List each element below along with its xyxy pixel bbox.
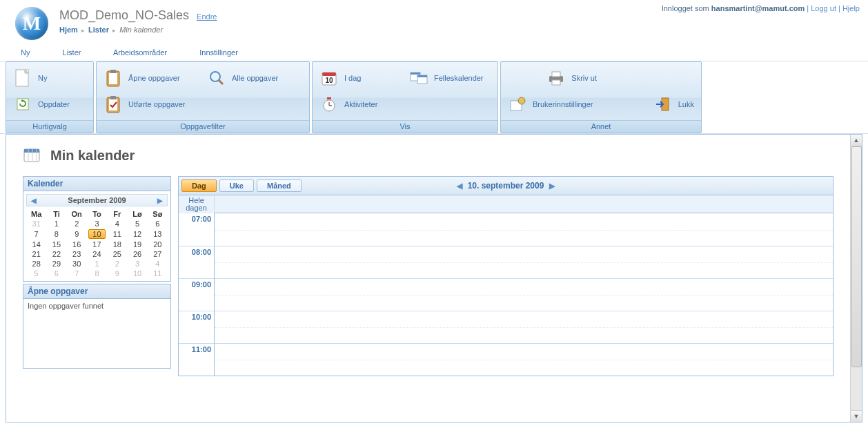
ribbon-shared-calendar-button[interactable]: Felleskalender <box>405 65 495 91</box>
svg-rect-4 <box>110 70 116 73</box>
svg-line-6 <box>219 80 223 84</box>
hour-cell[interactable] <box>215 213 833 246</box>
user-email: hansmartint@mamut.com <box>711 4 805 12</box>
breadcrumb-lists[interactable]: Lister <box>88 26 109 34</box>
prev-month-button[interactable]: ◀ <box>31 197 37 204</box>
mini-cal-day[interactable]: 2 <box>107 259 127 269</box>
mini-cal-day[interactable]: 4 <box>107 219 127 229</box>
mini-cal-day[interactable]: 6 <box>148 219 168 229</box>
mini-cal-day[interactable]: 1 <box>46 219 66 229</box>
mini-cal-day[interactable]: 22 <box>46 249 66 259</box>
hour-cell[interactable] <box>215 278 833 311</box>
svg-rect-8 <box>109 99 117 110</box>
next-month-button[interactable]: ▶ <box>157 197 163 204</box>
hour-cell[interactable] <box>215 343 833 376</box>
svg-rect-28 <box>24 149 39 153</box>
next-day-button[interactable]: ▶ <box>549 182 555 191</box>
ribbon-open-tasks-button[interactable]: Åpne oppgaver <box>99 65 203 91</box>
tab-month[interactable]: Måned <box>257 179 302 192</box>
scroll-down-button[interactable]: ▼ <box>851 410 862 422</box>
mini-cal-day[interactable]: 20 <box>148 240 168 249</box>
allday-cell[interactable] <box>215 195 833 213</box>
mini-cal-dow: Sø <box>148 209 168 219</box>
mini-cal-day[interactable]: 21 <box>26 249 46 259</box>
mini-cal-day[interactable]: 7 <box>26 229 46 240</box>
ribbon-done-tasks-label: Utførte oppgaver <box>128 100 186 108</box>
mini-cal-day[interactable]: 28 <box>26 259 46 269</box>
menu-workspaces[interactable]: Arbeidsområder <box>113 48 167 57</box>
menu-lists[interactable]: Lister <box>63 48 81 57</box>
logout-link[interactable]: Logg ut <box>811 4 836 12</box>
mini-cal-day[interactable]: 13 <box>148 229 168 240</box>
mini-cal-day[interactable]: 31 <box>26 219 46 229</box>
mini-cal-day[interactable]: 23 <box>67 249 87 259</box>
prev-day-button[interactable]: ◀ <box>457 182 462 191</box>
svg-text:10: 10 <box>325 77 333 84</box>
mini-cal-day[interactable]: 8 <box>46 229 66 240</box>
app-title: MOD_Demo_NO-Sales Endre <box>59 8 217 23</box>
ribbon-view-title: Vis <box>313 120 497 133</box>
mini-cal-day[interactable]: 29 <box>46 259 66 269</box>
mini-cal-day[interactable]: 3 <box>127 259 147 269</box>
scrollbar-vertical[interactable]: ▲ ▼ <box>850 135 862 422</box>
mini-cal-day[interactable]: 1 <box>87 259 107 269</box>
ribbon-group-view: 10 I dag Felleskalender Aktiviteter Vis <box>312 61 498 133</box>
mini-cal-day[interactable]: 10 <box>127 269 147 278</box>
ribbon-new-button[interactable]: Ny <box>9 65 90 91</box>
ribbon-close-button[interactable]: Lukk <box>601 91 698 117</box>
ribbon-today-button[interactable]: 10 I dag <box>315 65 405 91</box>
mini-cal-day[interactable]: 11 <box>107 229 127 240</box>
ribbon-new-label: Ny <box>38 74 47 82</box>
tab-week[interactable]: Uke <box>219 179 254 192</box>
mini-cal-day[interactable]: 14 <box>26 240 46 249</box>
hour-row: 08:00 <box>179 246 833 278</box>
mini-cal-day[interactable]: 4 <box>148 259 168 269</box>
mini-cal-day[interactable]: 27 <box>148 249 168 259</box>
ribbon-refresh-button[interactable]: Oppdater <box>9 91 90 117</box>
ribbon-print-button[interactable]: Skriv ut <box>504 65 601 91</box>
svg-point-5 <box>210 72 220 81</box>
mini-cal-day[interactable]: 8 <box>87 269 107 278</box>
menu-new[interactable]: Ny <box>21 48 30 57</box>
ribbon-user-settings-button[interactable]: Brukerinnstillinger <box>504 91 601 117</box>
mini-cal-day[interactable]: 3 <box>87 219 107 229</box>
mini-cal-day[interactable]: 9 <box>107 269 127 278</box>
ribbon-done-tasks-button[interactable]: Utførte oppgaver <box>99 91 203 117</box>
mini-cal-day[interactable]: 18 <box>107 240 127 249</box>
mini-cal-day[interactable]: 6 <box>46 269 66 278</box>
scroll-up-button[interactable]: ▲ <box>851 135 862 146</box>
mini-cal-day[interactable]: 30 <box>67 259 87 269</box>
help-link[interactable]: Hjelp <box>842 4 860 12</box>
tab-day[interactable]: Dag <box>181 179 217 192</box>
breadcrumb-home[interactable]: Hjem <box>59 26 78 34</box>
mini-cal-day[interactable]: 19 <box>127 240 147 249</box>
mini-cal-day[interactable]: 11 <box>148 269 168 278</box>
ribbon-quick-title: Hurtigvalg <box>6 120 93 133</box>
mini-cal-day[interactable]: 5 <box>127 219 147 229</box>
hour-cell[interactable] <box>215 246 833 278</box>
mini-cal-day[interactable]: 17 <box>87 240 107 249</box>
mini-cal-day[interactable]: 2 <box>67 219 87 229</box>
hour-label: 09:00 <box>179 278 215 311</box>
scrollbar-thumb[interactable] <box>851 146 862 367</box>
hour-cell[interactable] <box>215 311 833 343</box>
mini-cal-day[interactable]: 15 <box>46 240 66 249</box>
mini-cal-dow: To <box>87 209 107 219</box>
mini-cal-day[interactable]: 12 <box>127 229 147 240</box>
mini-cal-day[interactable]: 10 <box>87 229 107 240</box>
ribbon-all-tasks-button[interactable]: Alle oppgaver <box>203 65 306 91</box>
ribbon-refresh-label: Oppdater <box>38 100 70 108</box>
menu-settings[interactable]: Innstillinger <box>199 48 238 57</box>
edit-link[interactable]: Endre <box>197 12 217 21</box>
mini-cal-day[interactable]: 7 <box>67 269 87 278</box>
shared-calendar-icon <box>409 68 428 88</box>
ribbon-activities-button[interactable]: Aktiviteter <box>315 91 405 117</box>
mini-cal-day[interactable]: 26 <box>127 249 147 259</box>
ribbon-group-quick: Ny Oppdater Hurtigvalg <box>6 61 94 133</box>
mini-cal-day[interactable]: 5 <box>26 269 46 278</box>
mini-cal-day[interactable]: 16 <box>67 240 87 249</box>
refresh-icon <box>13 95 32 114</box>
mini-cal-day[interactable]: 9 <box>67 229 87 240</box>
mini-cal-day[interactable]: 24 <box>87 249 107 259</box>
mini-cal-day[interactable]: 25 <box>107 249 127 259</box>
